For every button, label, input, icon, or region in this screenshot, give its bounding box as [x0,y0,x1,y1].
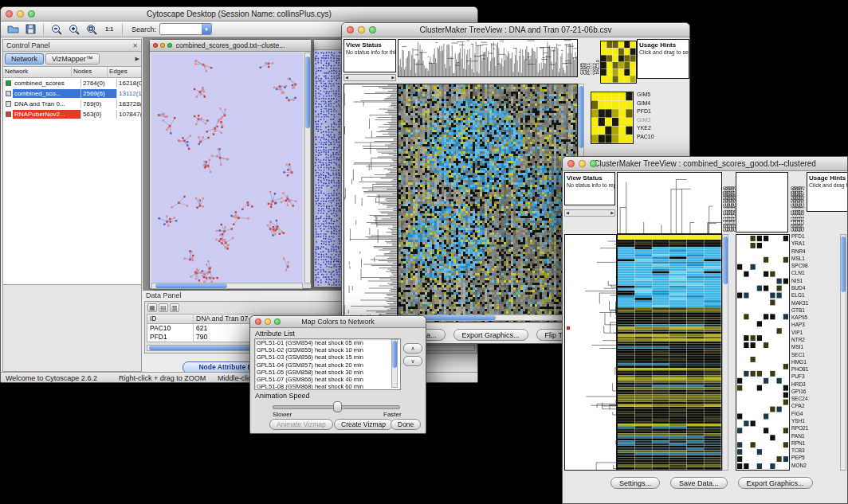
attribute-item[interactable]: GPL51-07 (GSM866) heat shock 40 min [255,376,400,383]
status-zoom-hint: Right-click + drag to ZOOM [119,374,206,382]
close-button[interactable] [6,10,13,18]
attribute-item[interactable]: GPL51-02 (GSM855) heat shock 10 min [255,346,400,354]
treeview-dna-titlebar[interactable]: ClusterMaker TreeView : DNA and Tran 07-… [342,23,689,37]
move-down-button[interactable]: ∨ [403,356,422,366]
network-table-header: Network Nodes Edges [3,67,141,78]
column-header-edges[interactable]: Edges [108,67,141,77]
status-welcome: Welcome to Cytoscape 2.6.2 [6,374,97,382]
close-button[interactable] [567,160,575,167]
birdseye-view[interactable] [3,284,141,371]
network-view-window[interactable]: combined_scores_good.txt--cluste... [149,39,312,289]
tv2-vscrollbar[interactable] [722,234,728,471]
close-button[interactable] [153,43,158,48]
network-cell: combined_scores [13,79,81,88]
select-attributes-button[interactable]: ▦ [147,303,157,312]
control-panel-tabs: Network VizMapper™ ▶ [3,52,141,67]
create-attribute-button[interactable]: ▤ [159,303,168,312]
tv1-mini-heatmap-2[interactable] [591,92,633,143]
tv2-top-dendrogram[interactable] [618,173,721,233]
tab-overflow-icon[interactable]: ▶ [135,56,139,62]
network-vscrollbar[interactable] [304,53,311,283]
network-cell: 16218(0) [117,79,141,88]
animation-speed-slider[interactable] [273,400,400,412]
open-folder-button[interactable] [6,23,20,36]
maximize-button[interactable] [369,26,376,33]
column-header-nodes[interactable]: Nodes [72,67,108,77]
treeview-button[interactable]: Settings... [610,477,660,489]
zoom-in-icon [69,24,80,35]
network-canvas[interactable] [151,53,303,283]
data-panel-toolbar: ▦ ▤ ▥ [147,303,179,312]
animate-vizmap-button[interactable]: Animate Vizmap [269,419,333,430]
tv1-heatmap[interactable] [398,84,577,322]
view-pager[interactable]: ◀ ▶ [344,74,396,81]
left-arrow-icon[interactable]: ◀ [566,211,569,215]
tv2-right-heatmap[interactable] [736,235,789,470]
close-button[interactable] [347,26,354,33]
tv2-left-dendrogram[interactable] [565,235,616,470]
network-view-title: combined_scores_good.txt--cluste... [176,41,285,49]
maximize-button[interactable] [167,43,172,48]
treeview-combined-titlebar[interactable]: ClusterMaker TreeView : combined_scores_… [563,157,847,171]
treeview-button[interactable]: Export Graphics... [453,329,528,341]
slider-thumb[interactable] [333,401,342,412]
treeview-button[interactable]: Save Data... [670,477,728,489]
usage-hints-text: Click and drag to select [809,182,848,188]
network-row[interactable]: combined_scores2764(0)16218(0) [3,78,141,88]
tab-vizmapper[interactable]: VizMapper™ [45,53,100,64]
network-row[interactable]: combined_sco...2569(6)13112(15) [3,88,141,99]
minimize-button[interactable] [160,43,165,48]
column-header-network[interactable]: Network [3,67,72,77]
minimize-button[interactable] [358,26,365,33]
minimize-button[interactable] [17,10,24,18]
attribute-list-scrollbar[interactable] [391,339,398,388]
tab-network[interactable]: Network [5,53,44,64]
attribute-item[interactable]: GPL51-03 (GSM856) heat shock 15 min [255,354,400,361]
zoom-actual-button[interactable]: 1:1 [102,23,116,36]
delete-attribute-button[interactable]: ▥ [170,303,179,312]
search-input[interactable]: ▼ [159,23,212,35]
view-pager[interactable]: ◀ ▶ [564,209,615,217]
tv1-top-dendrogram[interactable] [398,40,577,76]
network-row[interactable]: DNA and Tran 0...769(0)183728(0) [3,99,141,109]
attribute-item[interactable]: GPL51-04 (GSM857) heat shock 20 min [255,361,400,369]
network-cell: RNAPuberNov2... [13,110,81,119]
save-button[interactable] [23,23,37,36]
main-titlebar[interactable]: Cytoscape Desktop (Session Name: collins… [1,7,477,21]
done-button[interactable]: Done [391,419,421,430]
minimize-button[interactable] [579,160,586,167]
dialog-titlebar[interactable]: Map Colors to Network [250,316,426,328]
attribute-item[interactable]: GPL51-08 (GSM868) heat shock 60 min [255,383,400,390]
network-row[interactable]: RNAPuberNov2...563(0)107847(0) [3,109,141,119]
desktop: Cytoscape Desktop (Session Name: collins… [0,0,848,504]
close-icon[interactable]: ✕ [132,42,138,49]
right-arrow-icon[interactable]: ▶ [610,211,614,215]
tv2-right-vscrollbar[interactable] [840,234,846,471]
attribute-list[interactable]: GPL51-01 (GSM854) heat shock 05 minGPL51… [254,338,401,390]
move-up-button[interactable]: ∧ [403,343,422,354]
maximize-button[interactable] [590,160,597,167]
attribute-item[interactable]: GPL51-01 (GSM854) heat shock 05 min [255,339,400,346]
create-vizmap-button[interactable]: Create Vizmap [334,419,393,430]
close-button[interactable] [255,318,261,325]
dropdown-arrow-icon[interactable]: ▼ [202,24,211,34]
network-view-titlebar[interactable]: combined_scores_good.txt--cluste... [150,40,311,52]
minimize-button[interactable] [265,318,271,325]
id-column-header[interactable]: ID [147,315,194,323]
maximize-button[interactable] [274,318,281,325]
zoom-fit-button[interactable] [84,23,99,36]
zoom-in-button[interactable] [67,23,81,36]
attribute-item[interactable]: GPL51-05 (GSM858) heat shock 30 min [255,369,400,376]
network-hscrollbar[interactable] [151,283,303,289]
right-arrow-icon[interactable]: ▶ [391,76,395,80]
gene-label: PFD1 [637,108,654,117]
treeview-button[interactable]: Export Graphics... [738,477,813,489]
maximize-button[interactable] [28,10,35,18]
tv1-left-dendrogram[interactable] [344,84,397,322]
network-icon [6,80,11,86]
zoom-out-button[interactable] [49,23,64,36]
network-icon [6,111,11,117]
tv1-mini-heatmap-1[interactable] [601,41,636,83]
tv2-heatmap[interactable] [618,235,721,470]
left-arrow-icon[interactable]: ◀ [345,76,348,80]
